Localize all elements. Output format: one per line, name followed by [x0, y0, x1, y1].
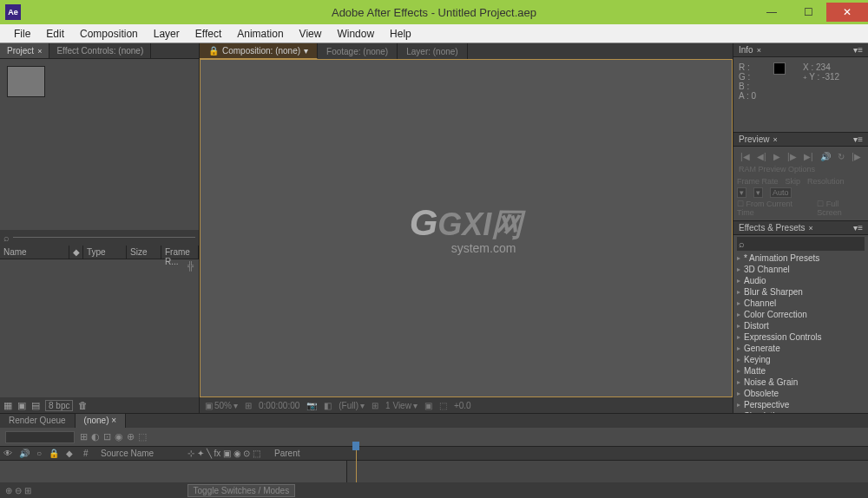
full-screen-checkbox[interactable]: ☐ Full Screen [817, 200, 865, 217]
effect-category[interactable]: 3D Channel [733, 264, 868, 275]
menu-view[interactable]: View [293, 26, 329, 42]
tl-icon[interactable]: ⬚ [138, 431, 147, 442]
label-col[interactable]: ◆ [62, 447, 80, 460]
exposure-value[interactable]: +0.0 [454, 401, 471, 410]
menu-effect[interactable]: Effect [188, 26, 228, 42]
menu-animation[interactable]: Animation [230, 26, 290, 42]
menu-composition[interactable]: Composition [73, 26, 145, 42]
col-frame-rate[interactable]: Frame R... [161, 246, 199, 259]
snapshot-icon[interactable]: 📷 [306, 401, 317, 410]
minimize-button[interactable]: — [753, 3, 790, 22]
interpret-icon[interactable]: ▦ [3, 400, 12, 411]
quality-dropdown[interactable]: (Full) ▾ [339, 401, 365, 410]
menu-help[interactable]: Help [383, 26, 418, 42]
effect-category[interactable]: Audio [733, 275, 868, 286]
first-frame-icon[interactable]: |◀ [740, 152, 750, 161]
trash-icon[interactable]: 🗑 [78, 400, 88, 410]
info-header[interactable]: Info×▾≡ [733, 43, 868, 57]
timeline-tracks[interactable] [347, 461, 868, 482]
tl-icon[interactable]: ◉ [115, 431, 123, 442]
playhead[interactable] [356, 442, 357, 482]
last-frame-icon[interactable]: ▶| [804, 152, 813, 161]
effect-category[interactable]: Perspective [733, 399, 868, 410]
play-icon[interactable]: ▶ [773, 152, 780, 161]
col-name[interactable]: Name [0, 246, 69, 259]
effect-category[interactable]: Color Correction [733, 309, 868, 320]
bpc-button[interactable]: 8 bpc [45, 400, 73, 411]
tl-icon[interactable]: ◐ [91, 431, 100, 442]
effect-category[interactable]: Noise & Grain [733, 377, 868, 388]
timeline-layers[interactable] [0, 461, 347, 482]
close-button[interactable]: ✕ [826, 3, 868, 22]
effect-category[interactable]: Distort [733, 320, 868, 331]
channel-icon[interactable]: ◧ [324, 401, 332, 410]
next-frame-icon[interactable]: |▶ [787, 152, 797, 161]
project-list[interactable] [0, 272, 199, 398]
info-g: G : [739, 72, 756, 82]
effect-category[interactable]: Channel [733, 298, 868, 309]
effects-list[interactable]: * Animation Presets 3D Channel Audio Blu… [733, 252, 868, 413]
lock-col-icon[interactable]: 🔒 [45, 447, 62, 460]
col-size[interactable]: Size [127, 246, 161, 259]
solo-icon[interactable]: ○ [33, 447, 45, 460]
from-current-checkbox[interactable]: ☐ From Current Time [737, 200, 810, 217]
preview-header[interactable]: Preview×▾≡ [733, 133, 868, 147]
menu-layer[interactable]: Layer [147, 26, 187, 42]
loop-icon[interactable]: ↻ [838, 152, 845, 161]
zoom-dropdown[interactable]: ▣ 50% ▾ [205, 401, 238, 410]
audio-toggle-icon[interactable]: 🔊 [16, 447, 33, 460]
3d-icon[interactable]: ⬚ [439, 401, 447, 410]
new-comp-icon[interactable]: ▤ [31, 400, 40, 411]
composition-viewer[interactable]: GGXI网 system.com [200, 59, 733, 397]
tab-composition[interactable]: 🔒Composition: (none) ▾ [200, 43, 318, 59]
mask-icon[interactable]: ▣ [424, 401, 432, 410]
tab-footage[interactable]: Footage: (none) [318, 43, 398, 59]
frame-rate-dropdown[interactable]: ▾ [737, 187, 746, 198]
toggle-switches-button[interactable]: Toggle Switches / Modes [187, 484, 296, 497]
effects-header[interactable]: Effects & Presets×▾≡ [733, 221, 868, 235]
col-type[interactable]: Type [83, 246, 127, 259]
grid-icon[interactable]: ⊞ [372, 401, 378, 410]
tab-layer[interactable]: Layer: (none) [398, 43, 467, 59]
tab-none[interactable]: (none) × [76, 414, 127, 428]
index-col[interactable]: # [80, 447, 97, 460]
effect-category[interactable]: Blur & Sharpen [733, 286, 868, 298]
timeline-search[interactable] [5, 431, 75, 443]
effect-category[interactable]: Expression Controls [733, 331, 868, 343]
expand-icon[interactable]: ⊕ ⊖ ⊞ [5, 486, 31, 495]
resolution-icon[interactable]: ⊞ [245, 401, 252, 410]
menu-file[interactable]: File [7, 26, 37, 42]
effect-category[interactable]: Matte [733, 365, 868, 377]
tab-effect-controls[interactable]: Effect Controls: (none) [49, 43, 151, 58]
resolution-dropdown[interactable]: Auto [770, 187, 792, 198]
source-name-col[interactable]: Source Name [97, 447, 184, 460]
menu-edit[interactable]: Edit [39, 26, 71, 42]
project-search[interactable]: ⌕ [0, 230, 199, 246]
folder-icon[interactable]: ▣ [17, 400, 26, 411]
tab-project[interactable]: Project× [0, 43, 49, 58]
col-label-icon[interactable]: ◆ [69, 246, 83, 259]
timecode[interactable]: 0:00:00:00 [259, 401, 299, 410]
effects-search[interactable]: ⌕ [737, 237, 865, 251]
av-toggle-icon[interactable]: 👁 [0, 447, 16, 460]
audio-icon[interactable]: 🔊 [820, 152, 831, 161]
effect-category[interactable]: Simulation [733, 410, 868, 413]
effect-category[interactable]: Generate [733, 343, 868, 354]
ram-options-label[interactable]: RAM Preview Options [737, 163, 865, 175]
effect-category[interactable]: * Animation Presets [733, 252, 868, 264]
skip-dropdown[interactable]: ▾ [753, 187, 763, 198]
tree-toggle-icon[interactable]: ╬ [182, 259, 199, 272]
tl-icon[interactable]: ⊕ [127, 431, 135, 442]
tl-icon[interactable]: ⊞ [80, 431, 88, 442]
ram-preview-icon[interactable]: |▶ [852, 152, 861, 161]
parent-col[interactable]: Parent [271, 447, 323, 460]
switches-col[interactable]: ⊹ ✦ ╲ fx ▣ ◉ ⊙ ⬚ [184, 447, 271, 460]
maximize-button[interactable]: ☐ [790, 3, 826, 22]
prev-frame-icon[interactable]: ◀| [757, 152, 766, 161]
tab-render-queue[interactable]: Render Queue [0, 414, 76, 428]
menu-window[interactable]: Window [330, 26, 381, 42]
tl-icon[interactable]: ⊡ [103, 431, 111, 442]
view-dropdown[interactable]: 1 View ▾ [385, 401, 418, 410]
effect-category[interactable]: Keying [733, 354, 868, 365]
effect-category[interactable]: Obsolete [733, 388, 868, 399]
